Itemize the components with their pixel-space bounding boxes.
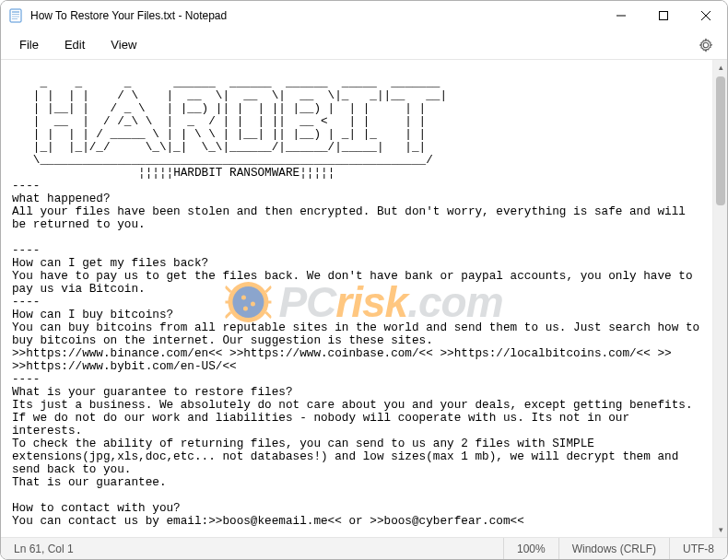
notepad-window: How To Restore Your Files.txt - Notepad …: [0, 0, 728, 560]
scroll-thumb[interactable]: [716, 76, 725, 205]
status-zoom[interactable]: 100%: [503, 538, 558, 559]
statusbar: Ln 61, Col 1 100% Windows (CRLF) UTF-8: [1, 537, 727, 559]
notepad-icon: [8, 8, 23, 23]
maximize-button[interactable]: [642, 1, 685, 30]
settings-button[interactable]: [690, 30, 722, 60]
titlebar: How To Restore Your Files.txt - Notepad: [1, 1, 727, 30]
content-area: _ _ _ ______ ______ ______ _____ _______…: [1, 60, 727, 537]
scroll-up-arrow[interactable]: ▴: [713, 60, 727, 75]
menu-view[interactable]: View: [98, 34, 149, 55]
status-line-ending: Windows (CRLF): [558, 538, 669, 559]
menubar: File Edit View: [1, 30, 727, 60]
svg-rect-6: [660, 11, 668, 19]
status-encoding: UTF-8: [669, 538, 727, 559]
menu-edit[interactable]: Edit: [52, 34, 98, 55]
svg-rect-0: [10, 9, 21, 22]
gear-icon: [699, 38, 713, 52]
menu-file[interactable]: File: [6, 34, 52, 55]
window-title: How To Restore Your Files.txt - Notepad: [30, 9, 227, 22]
close-button[interactable]: [685, 1, 727, 30]
vertical-scrollbar[interactable]: ▴ ▾: [712, 60, 727, 537]
scroll-down-arrow[interactable]: ▾: [713, 522, 727, 537]
window-controls: [600, 1, 727, 30]
status-cursor-position: Ln 61, Col 1: [1, 538, 87, 559]
text-editor[interactable]: _ _ _ ______ ______ ______ _____ _______…: [1, 60, 712, 537]
minimize-button[interactable]: [600, 1, 642, 30]
